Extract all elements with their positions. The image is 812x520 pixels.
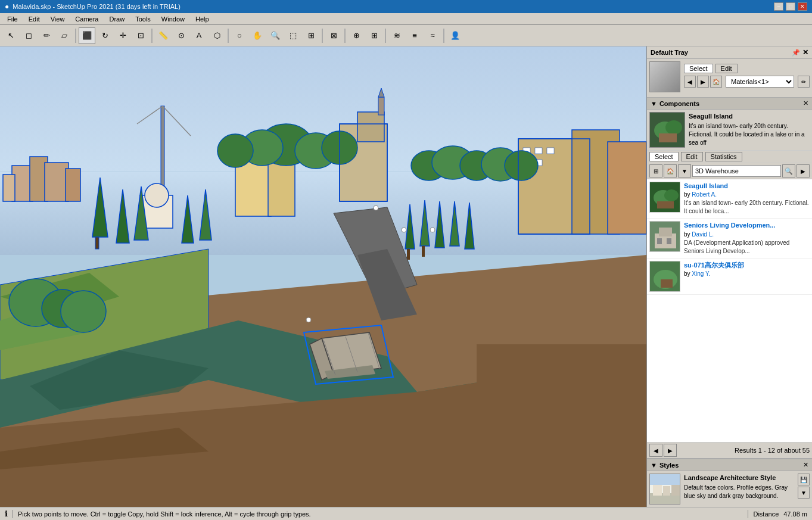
result-author-2[interactable]: David L.: [692, 231, 714, 238]
svg-point-25: [145, 183, 169, 207]
select-tool[interactable]: ↖: [2, 27, 19, 44]
menu-item-edit[interactable]: Edit: [24, 14, 45, 24]
result-title-1[interactable]: Seagull Island: [684, 182, 810, 191]
section-tool[interactable]: ⊠: [325, 27, 342, 44]
svg-point-82: [664, 189, 679, 201]
styles-close-icon[interactable]: ✕: [803, 461, 808, 469]
component-info: Seagull Island It's an island town- earl…: [647, 110, 812, 151]
svg-point-65: [306, 317, 311, 322]
search-row: ⊞ 🏠 ▼ 🔍 ▶: [647, 163, 812, 179]
result-author-3[interactable]: Xing Y.: [692, 270, 710, 277]
move-tool[interactable]: ✛: [114, 27, 131, 44]
result-title-3[interactable]: su-071高尔夫俱乐部: [684, 261, 810, 270]
zoom-tool[interactable]: 🔍: [267, 27, 284, 44]
comp-statistics-tab[interactable]: Statistics: [705, 152, 742, 161]
sep3: [228, 29, 229, 43]
main-area: Default Tray 📌 ✕ Select Edit ◀: [0, 46, 812, 507]
eraser-tool[interactable]: ◻: [20, 27, 37, 44]
grid-view-btn[interactable]: ⊞: [649, 164, 662, 178]
pencil-tool[interactable]: ✏: [38, 27, 55, 44]
material-dropdown[interactable]: Materials<1>: [726, 76, 794, 88]
components-section-header[interactable]: ▼ Components ✕: [647, 98, 812, 110]
svg-rect-91: [661, 279, 673, 288]
zoom-extents-tool[interactable]: ⊞: [303, 27, 319, 44]
results-list[interactable]: Seagull Island by Robert A. It's an isla…: [647, 179, 812, 442]
style-options-btn[interactable]: ▼: [798, 487, 810, 499]
svg-rect-95: [663, 486, 670, 496]
style-save-btn[interactable]: 💾: [798, 474, 810, 485]
minimize-button[interactable]: −: [774, 2, 783, 11]
style-desc: Landscape Architecture Style Default fac…: [684, 474, 794, 505]
results-prev-btn[interactable]: ◀: [649, 444, 662, 457]
right-panel: Default Tray 📌 ✕ Select Edit ◀: [646, 46, 812, 507]
material-forward-btn[interactable]: ▶: [697, 76, 709, 88]
svg-rect-86: [659, 228, 672, 236]
style-description: Default face colors. Profile edges. Gray…: [684, 484, 788, 499]
comp-edit-tab[interactable]: Edit: [681, 152, 703, 161]
result-info-3: su-071高尔夫俱乐部 by Xing Y.: [684, 261, 810, 292]
svg-point-35: [505, 151, 538, 180]
menu-item-file[interactable]: File: [2, 14, 23, 24]
viewport[interactable]: [0, 46, 646, 507]
rotate-tool[interactable]: ↻: [97, 27, 113, 44]
styles-title: Styles: [659, 462, 679, 469]
result-title-2[interactable]: Seniors Living Developmen...: [684, 221, 810, 230]
menu-item-draw[interactable]: Draw: [104, 14, 129, 24]
statusbar: ℹ Pick two points to move. Ctrl = toggle…: [0, 507, 812, 520]
sep4: [322, 29, 323, 43]
menu-item-tools[interactable]: Tools: [130, 14, 155, 24]
tape-tool[interactable]: 📏: [155, 27, 172, 44]
menu-item-window[interactable]: Window: [157, 14, 189, 24]
sep2: [151, 29, 153, 43]
styles-section-header[interactable]: ▼ Styles ✕: [647, 459, 812, 471]
comp-select-tab[interactable]: Select: [649, 152, 679, 161]
material-back-btn[interactable]: ◀: [684, 76, 696, 88]
menu-item-help[interactable]: Help: [191, 14, 214, 24]
scale-tool[interactable]: ⊡: [132, 27, 149, 44]
maximize-button[interactable]: □: [786, 2, 795, 11]
material-edit-tab[interactable]: Edit: [715, 64, 738, 73]
breadcrumb-nav-btn[interactable]: ▼: [678, 164, 691, 178]
pan-tool[interactable]: ✋: [249, 27, 266, 44]
zoom-window-tool[interactable]: ⬚: [285, 27, 301, 44]
component-search-input[interactable]: [692, 165, 781, 177]
home-nav-btn[interactable]: 🏠: [664, 164, 677, 178]
distance-label: Distance: [753, 510, 779, 518]
svg-point-66: [374, 205, 378, 210]
titlebar-controls[interactable]: − □ ✕: [774, 2, 807, 11]
result-author-1[interactable]: Robert A.: [692, 191, 717, 198]
svg-point-67: [402, 228, 406, 232]
result-item-3[interactable]: su-071高尔夫俱乐部 by Xing Y.: [647, 259, 812, 295]
walk-tool[interactable]: ⊕: [348, 27, 365, 44]
search-options-btn[interactable]: ▶: [797, 164, 810, 178]
material-home-btn[interactable]: 🏠: [710, 76, 722, 88]
result-item-2[interactable]: Seniors Living Developmen... by David L.…: [647, 219, 812, 258]
tray-close-icon[interactable]: ✕: [802, 48, 808, 57]
tray-pin-icon[interactable]: 📌: [792, 49, 800, 57]
orbit-tool[interactable]: ○: [231, 27, 248, 44]
components-close-icon[interactable]: ✕: [803, 99, 808, 107]
match-photo-tool[interactable]: ≈: [424, 27, 441, 44]
styles-collapse-icon: ▼: [651, 462, 657, 469]
tray-header: Default Tray 📌 ✕: [647, 46, 812, 59]
protractor-tool[interactable]: ⊙: [173, 27, 189, 44]
paint-tool[interactable]: ⬡: [209, 27, 225, 44]
layers-tool[interactable]: ≡: [406, 27, 423, 44]
material-options-btn[interactable]: ✏: [798, 76, 810, 88]
shape-tool[interactable]: ▱: [56, 27, 73, 44]
svg-rect-11: [357, 112, 384, 142]
close-button[interactable]: ✕: [798, 2, 807, 11]
svg-rect-5: [45, 163, 69, 201]
menu-item-view[interactable]: View: [46, 14, 70, 24]
result-item[interactable]: Seagull Island by Robert A. It's an isla…: [647, 179, 812, 219]
fog-tool[interactable]: ≋: [388, 27, 405, 44]
components-tool[interactable]: ⊞: [366, 27, 382, 44]
material-select-tab[interactable]: Select: [684, 64, 713, 73]
results-next-btn[interactable]: ▶: [664, 444, 677, 457]
text-tool[interactable]: A: [191, 27, 207, 44]
person-tool[interactable]: 👤: [447, 27, 463, 44]
search-icon-btn[interactable]: 🔍: [782, 164, 795, 178]
menu-item-camera[interactable]: Camera: [70, 14, 103, 24]
component-thumb: [649, 112, 685, 148]
pushpull-tool[interactable]: ⬛: [79, 27, 95, 44]
